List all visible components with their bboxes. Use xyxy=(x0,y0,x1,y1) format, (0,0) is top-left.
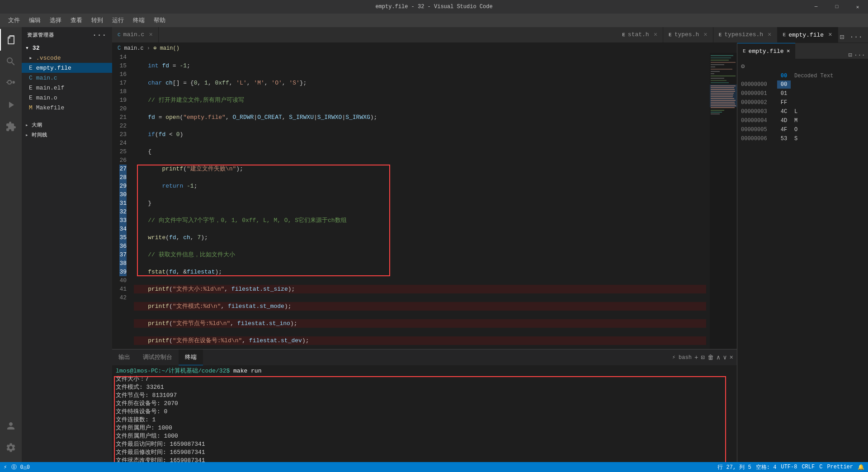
menu-view[interactable]: 查看 xyxy=(67,14,86,26)
tab-empty-file[interactable]: E empty.file × xyxy=(778,27,838,42)
hex-split-icon[interactable]: ⊡ xyxy=(848,51,852,59)
hex-row-2[interactable]: 00000002 FF xyxy=(737,98,868,107)
hex-byte-2[interactable]: FF xyxy=(777,99,791,107)
hex-byte-1[interactable]: 01 xyxy=(777,90,791,98)
menu-run[interactable]: 运行 xyxy=(108,14,127,26)
activity-account[interactable] xyxy=(0,415,22,437)
hex-tab-close[interactable]: × xyxy=(787,48,790,55)
folder-icon: ▸ xyxy=(29,54,33,61)
status-remote-icon[interactable]: ⚡ xyxy=(4,464,7,471)
svg-rect-12 xyxy=(711,80,726,81)
panel-tab-debug[interactable]: 调试控制台 xyxy=(137,349,179,365)
sidebar-vscode-label: .vscode xyxy=(36,55,61,61)
activity-extensions[interactable] xyxy=(0,116,22,137)
status-errors[interactable]: ⓪ 0△0 xyxy=(11,463,30,471)
panel-tab-output[interactable]: 输出 xyxy=(112,349,137,365)
svg-rect-2 xyxy=(711,57,731,58)
tab-types-h[interactable]: E types.h × xyxy=(663,27,713,42)
sidebar-item-main-o[interactable]: E main.o xyxy=(22,93,112,103)
hex-row-5[interactable]: 00000005 4F O xyxy=(737,125,868,134)
hex-panel: E empty.file × ⊡ ··· ⚙ xyxy=(737,43,868,462)
close-button[interactable]: ✕ xyxy=(847,0,868,14)
status-notifications[interactable]: 🔔 xyxy=(858,464,864,471)
panel-add-icon[interactable]: + xyxy=(694,354,698,361)
sidebar-root-folder[interactable]: ▾ 32 xyxy=(22,43,112,53)
tab-main-c[interactable]: C main.c × xyxy=(112,27,159,42)
panel-chevron-up-icon[interactable]: ∧ xyxy=(717,354,720,361)
hex-settings-icon[interactable]: ⚙ xyxy=(741,62,745,70)
svg-rect-20 xyxy=(711,94,733,95)
panel-trash-icon[interactable]: 🗑 xyxy=(708,354,714,361)
svg-rect-7 xyxy=(711,69,732,70)
menu-file[interactable]: 文件 xyxy=(5,14,24,26)
svg-rect-21 xyxy=(711,96,733,97)
tab-typesizes-h[interactable]: E typesizes.h × xyxy=(713,27,778,42)
tab-typesizes-h-icon: E xyxy=(719,32,722,38)
sidebar-item-main-c[interactable]: C main.c xyxy=(22,73,112,83)
activity-bar-bottom xyxy=(0,415,22,462)
hex-tab-empty-file[interactable]: E empty.file × xyxy=(737,43,795,59)
tab-types-h-close[interactable]: × xyxy=(703,31,707,38)
hex-byte-6[interactable]: 53 xyxy=(777,135,791,143)
hex-row-4[interactable]: 00000004 4D M xyxy=(737,116,868,125)
activity-settings[interactable] xyxy=(0,437,22,458)
hex-row-0[interactable]: 00000000 00 xyxy=(737,80,868,89)
minimize-button[interactable]: ─ xyxy=(806,0,826,14)
activity-explorer[interactable] xyxy=(0,29,22,51)
status-line-ending[interactable]: CRLF xyxy=(802,464,815,470)
menu-terminal[interactable]: 终端 xyxy=(129,14,148,26)
panel-split-icon[interactable]: ⊡ xyxy=(701,354,704,361)
split-editor-icon[interactable]: ⊡ xyxy=(838,32,846,42)
tab-typesizes-h-close[interactable]: × xyxy=(768,31,771,38)
tab-stat-h[interactable]: E stat.h × xyxy=(617,27,663,42)
status-left: ⚡ ⓪ 0△0 xyxy=(4,463,30,471)
tab-main-c-close[interactable]: × xyxy=(149,31,152,38)
sidebar-item-empty-file[interactable]: E empty.file xyxy=(22,63,112,73)
tab-types-h-label: types.h xyxy=(675,31,699,38)
hex-byte-5[interactable]: 4F xyxy=(777,126,791,134)
status-prettier[interactable]: Prettier xyxy=(827,464,853,470)
hex-file-icon: E xyxy=(743,48,746,54)
panel-chevron-down-icon[interactable]: ∨ xyxy=(723,354,726,361)
menu-goto[interactable]: 转到 xyxy=(88,14,107,26)
tab-empty-file-close[interactable]: × xyxy=(828,31,832,38)
hex-byte-3[interactable]: 4C xyxy=(777,108,791,116)
outline-header[interactable]: ▸ 大纲 xyxy=(22,120,112,130)
sidebar-item-main-elf[interactable]: E main.elf xyxy=(22,83,112,93)
tab-stat-h-close[interactable]: × xyxy=(654,31,657,38)
svg-rect-23 xyxy=(711,100,736,101)
more-actions-icon[interactable]: ··· xyxy=(848,32,864,42)
hex-content: ⚙ 00 Decoded Text 00000000 00 xyxy=(737,59,868,462)
terminal-prompt: lmos@lmos-PC:~/计算机基础/code/32$ xyxy=(116,368,230,374)
maximize-button[interactable]: □ xyxy=(826,0,847,14)
sidebar-more-icon[interactable]: ··· xyxy=(92,31,107,39)
sidebar-item-vscode[interactable]: ▸ .vscode xyxy=(22,53,112,63)
hex-row-6[interactable]: 00000006 53 S xyxy=(737,134,868,143)
activity-source-control[interactable] xyxy=(0,72,22,94)
svg-rect-27 xyxy=(711,107,735,108)
panel-tab-terminal[interactable]: 终端 xyxy=(179,349,203,365)
terminal-content[interactable]: lmos@lmos-PC:~/计算机基础/code/32$ make run 文… xyxy=(112,365,737,462)
status-language[interactable]: C xyxy=(819,464,822,470)
file-icon-o: E xyxy=(29,94,33,101)
menu-help[interactable]: 帮助 xyxy=(150,14,169,26)
terminal-line-prompt: lmos@lmos-PC:~/计算机基础/code/32$ make run xyxy=(116,367,733,375)
panel-close-icon[interactable]: × xyxy=(730,354,733,361)
hex-byte-4[interactable]: 4D xyxy=(777,117,791,125)
timeline-header[interactable]: ▸ 时间线 xyxy=(22,130,112,140)
status-spaces[interactable]: 空格: 4 xyxy=(756,463,777,471)
window-title: empty.file - 32 - Visual Studio Code xyxy=(375,4,492,10)
hex-row-3[interactable]: 00000003 4C L xyxy=(737,107,868,116)
activity-run[interactable] xyxy=(0,94,22,116)
sidebar-item-makefile[interactable]: M Makefile xyxy=(22,103,112,113)
status-encoding[interactable]: UTF-8 xyxy=(781,464,797,470)
menu-edit[interactable]: 编辑 xyxy=(25,14,44,26)
hex-more-icon[interactable]: ··· xyxy=(854,52,865,59)
status-line-col[interactable]: 行 27, 列 5 xyxy=(717,463,751,471)
hex-byte-0[interactable]: 00 xyxy=(777,80,791,89)
tabs-actions: ⊡ ··· xyxy=(838,32,868,42)
code-content[interactable]: int fd = -1; char ch[] = {0, 1, 0xff, 'L… xyxy=(130,53,710,349)
hex-row-1[interactable]: 00000001 01 xyxy=(737,89,868,98)
menu-select[interactable]: 选择 xyxy=(46,14,65,26)
activity-search[interactable] xyxy=(0,51,22,72)
